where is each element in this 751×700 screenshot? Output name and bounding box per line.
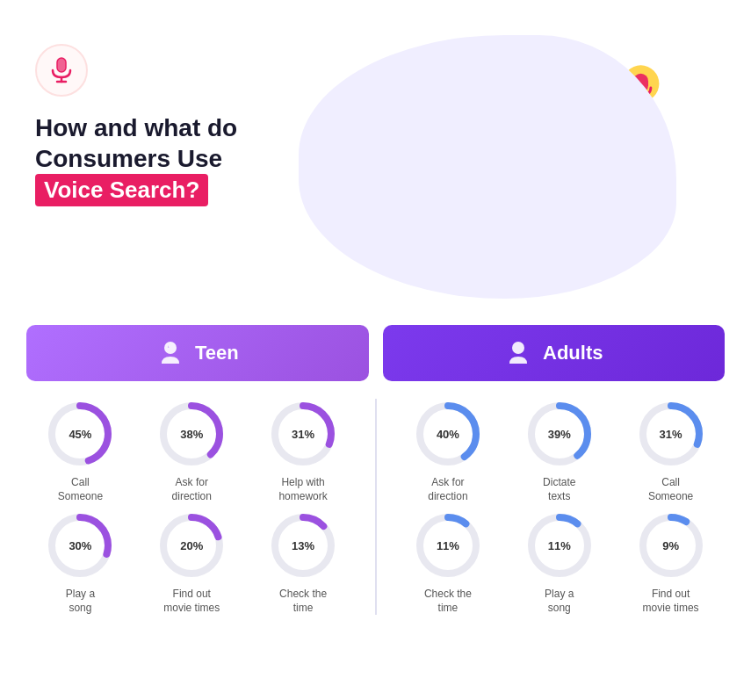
teen-icon [156, 339, 184, 367]
donut-text-label: CallSomeone [58, 476, 103, 503]
donut-item: 31% Help withhomework [259, 399, 347, 503]
donut-text-label: Ask fordirection [428, 476, 467, 503]
donut-text-label: Find outmovie times [643, 588, 699, 615]
donut-percent-label: 30% [69, 539, 91, 552]
main-content: Teen Adults 45% CallSomeone [0, 325, 751, 641]
svg-point-59 [164, 342, 177, 354]
categories-row: Teen Adults [26, 325, 725, 381]
donut-percent-label: 31% [660, 428, 682, 441]
donut-wrapper: 40% [413, 399, 483, 469]
blob-background [299, 35, 676, 299]
donut-wrapper: 31% [636, 399, 706, 469]
donut-wrapper: 39% [524, 399, 595, 469]
donut-wrapper: 20% [156, 510, 227, 581]
donut-item: 20% Find outmovie times [148, 510, 235, 615]
donut-text-label: Play asong [545, 588, 574, 615]
page: How and what do Consumers Use Voice Sear… [0, 0, 751, 700]
donut-wrapper: 38% [156, 399, 227, 469]
donut-text-label: Help withhomework [278, 476, 327, 503]
hero-left: How and what do Consumers Use Voice Sear… [35, 26, 299, 316]
mic-svg [46, 54, 77, 86]
donut-percent-label: 11% [437, 539, 459, 552]
donut-text-label: Play asong [66, 588, 95, 615]
data-sections: 45% CallSomeone 38% Ask fordirection 31%… [26, 399, 725, 615]
donut-percent-label: 13% [292, 539, 314, 552]
donut-percent-label: 40% [437, 428, 459, 441]
donut-item: 30% Play asong [36, 510, 124, 615]
adults-data-section: 40% Ask fordirection 39% Dictatetexts 31… [394, 399, 726, 615]
hero-section: How and what do Consumers Use Voice Sear… [0, 0, 751, 325]
title-line1: How and what do [35, 114, 237, 141]
donut-item: 13% Check thetime [259, 510, 347, 615]
donut-item: 38% Ask fordirection [148, 399, 235, 503]
teen-label: Teen [195, 342, 239, 364]
donut-item: 45% CallSomeone [36, 399, 124, 503]
donut-percent-label: 38% [180, 428, 203, 441]
teen-data-section: 45% CallSomeone 38% Ask fordirection 31%… [26, 399, 357, 615]
adults-label: Adults [543, 342, 603, 364]
donut-percent-label: 9% [662, 539, 679, 552]
hero-highlight: Voice Search? [35, 174, 208, 206]
donut-text-label: Check thetime [279, 588, 327, 615]
donut-text-label: Dictatetexts [543, 476, 575, 503]
donut-item: 9% Find outmovie times [627, 510, 715, 615]
donut-wrapper: 11% [524, 510, 595, 581]
donut-wrapper: 30% [45, 510, 115, 581]
donut-item: 11% Play asong [516, 510, 603, 615]
mic-icon-large [35, 44, 88, 97]
teen-button[interactable]: Teen [26, 325, 369, 381]
hero-illustration [299, 26, 716, 316]
donut-percent-label: 20% [180, 539, 203, 552]
data-row: 40% Ask fordirection 39% Dictatetexts 31… [394, 399, 726, 503]
donut-percent-label: 31% [292, 428, 314, 441]
donut-item: 40% Ask fordirection [404, 399, 492, 503]
donut-item: 39% Dictatetexts [516, 399, 603, 503]
donut-item: 11% Check thetime [404, 510, 492, 615]
data-row: 30% Play asong 20% Find outmovie times 1… [26, 510, 357, 615]
donut-text-label: CallSomeone [648, 476, 693, 503]
donut-wrapper: 45% [45, 399, 115, 469]
donut-wrapper: 31% [268, 399, 338, 469]
svg-point-60 [512, 342, 524, 354]
section-divider [375, 399, 377, 615]
donut-percent-label: 45% [69, 428, 91, 441]
donut-percent-label: 11% [548, 539, 571, 552]
teen-data-rows: 45% CallSomeone 38% Ask fordirection 31%… [26, 399, 357, 615]
svg-rect-0 [57, 58, 66, 72]
donut-text-label: Find outmovie times [163, 588, 220, 615]
donut-text-label: Ask fordirection [172, 476, 212, 503]
adults-data-rows: 40% Ask fordirection 39% Dictatetexts 31… [394, 399, 726, 615]
data-row: 45% CallSomeone 38% Ask fordirection 31%… [26, 399, 357, 503]
donut-text-label: Check thetime [424, 588, 472, 615]
donut-wrapper: 9% [636, 510, 706, 581]
adults-button[interactable]: Adults [383, 325, 726, 381]
donut-wrapper: 11% [413, 510, 483, 581]
donut-percent-label: 39% [548, 428, 571, 441]
donut-wrapper: 13% [268, 510, 338, 581]
donut-item: 31% CallSomeone [627, 399, 715, 503]
adults-icon [504, 339, 532, 367]
data-row: 11% Check thetime 11% Play asong 9% Find… [394, 510, 726, 615]
title-line2: Consumers Use [35, 145, 222, 172]
hero-title: How and what do Consumers Use Voice Sear… [35, 112, 299, 206]
